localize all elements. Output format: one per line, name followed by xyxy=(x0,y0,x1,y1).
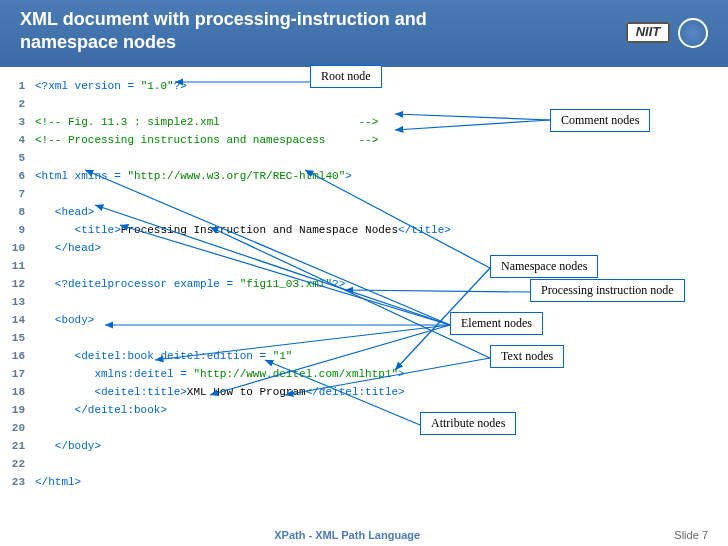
line-content: xmlns:deitel = "http://www.deitel.com/xm… xyxy=(35,365,405,383)
line-content: <?deitelprocessor example = "fig11_03.xm… xyxy=(35,275,345,293)
line-number: 21 xyxy=(10,437,35,455)
code-line: 16 <deitel:book deitel:edition = "1" xyxy=(10,347,718,365)
footer-title: XPath - XML Path Language xyxy=(20,529,674,541)
slide-title-line2: namespace nodes xyxy=(20,31,708,54)
label-processing-instruction: Processing instruction node xyxy=(530,279,685,302)
slide-title-line1: XML document with processing-instruction… xyxy=(20,8,708,31)
slide-footer: XPath - XML Path Language Slide 7 xyxy=(0,529,728,541)
slide-content: 1<?xml version = "1.0"?>23<!-- Fig. 11.3… xyxy=(0,67,728,521)
logo-area: NIIT xyxy=(626,18,708,48)
line-content: <deitel:book deitel:edition = "1" xyxy=(35,347,292,365)
line-number: 16 xyxy=(10,347,35,365)
label-root-node: Root node xyxy=(310,65,382,88)
line-number: 18 xyxy=(10,383,35,401)
code-line: 6<html xmlns = "http://www.w3.org/TR/REC… xyxy=(10,167,718,185)
line-number: 14 xyxy=(10,311,35,329)
line-content: <deitel:title>XML How to Program</deitel… xyxy=(35,383,405,401)
code-line: 9 <title>Processing Instruction and Name… xyxy=(10,221,718,239)
line-content: <body> xyxy=(35,311,94,329)
line-number: 20 xyxy=(10,419,35,437)
code-line: 19 </deitel:book> xyxy=(10,401,718,419)
code-line: 10 </head> xyxy=(10,239,718,257)
line-number: 13 xyxy=(10,293,35,311)
code-line: 11 xyxy=(10,257,718,275)
line-number: 4 xyxy=(10,131,35,149)
line-number: 17 xyxy=(10,365,35,383)
code-line: 21 </body> xyxy=(10,437,718,455)
code-line: 15 xyxy=(10,329,718,347)
line-number: 5 xyxy=(10,149,35,167)
line-content: <!-- Fig. 11.3 : simple2.xml --> xyxy=(35,113,378,131)
code-line: 23</html> xyxy=(10,473,718,491)
line-number: 23 xyxy=(10,473,35,491)
label-attribute-nodes: Attribute nodes xyxy=(420,412,516,435)
line-number: 10 xyxy=(10,239,35,257)
line-number: 19 xyxy=(10,401,35,419)
code-line: 4<!-- Processing instructions and namesp… xyxy=(10,131,718,149)
line-number: 8 xyxy=(10,203,35,221)
line-number: 22 xyxy=(10,455,35,473)
line-content: <?xml version = "1.0"?> xyxy=(35,77,187,95)
line-number: 1 xyxy=(10,77,35,95)
line-number: 7 xyxy=(10,185,35,203)
line-content: <title>Processing Instruction and Namesp… xyxy=(35,221,451,239)
label-comment-nodes: Comment nodes xyxy=(550,109,650,132)
line-number: 15 xyxy=(10,329,35,347)
code-line: 18 <deitel:title>XML How to Program</dei… xyxy=(10,383,718,401)
code-line: 7 xyxy=(10,185,718,203)
line-content: <html xmlns = "http://www.w3.org/TR/REC-… xyxy=(35,167,352,185)
slide-number: Slide 7 xyxy=(674,529,708,541)
code-line: 14 <body> xyxy=(10,311,718,329)
line-number: 9 xyxy=(10,221,35,239)
line-number: 6 xyxy=(10,167,35,185)
logo-text: NIIT xyxy=(636,24,661,39)
line-content: </html> xyxy=(35,473,81,491)
line-number: 3 xyxy=(10,113,35,131)
logo-globe-icon xyxy=(678,18,708,48)
line-content: </deitel:book> xyxy=(35,401,167,419)
label-text-nodes: Text nodes xyxy=(490,345,564,368)
line-number: 2 xyxy=(10,95,35,113)
label-element-nodes: Element nodes xyxy=(450,312,543,335)
code-line: 20 xyxy=(10,419,718,437)
label-namespace-nodes: Namespace nodes xyxy=(490,255,598,278)
code-line: 8 <head> xyxy=(10,203,718,221)
code-line: 22 xyxy=(10,455,718,473)
line-content: <!-- Processing instructions and namespa… xyxy=(35,131,378,149)
code-line: 17 xmlns:deitel = "http://www.deitel.com… xyxy=(10,365,718,383)
line-number: 12 xyxy=(10,275,35,293)
line-content: </head> xyxy=(35,239,101,257)
line-content: <head> xyxy=(35,203,94,221)
slide-header: XML document with processing-instruction… xyxy=(0,0,728,67)
code-line: 5 xyxy=(10,149,718,167)
line-content: </body> xyxy=(35,437,101,455)
line-number: 11 xyxy=(10,257,35,275)
